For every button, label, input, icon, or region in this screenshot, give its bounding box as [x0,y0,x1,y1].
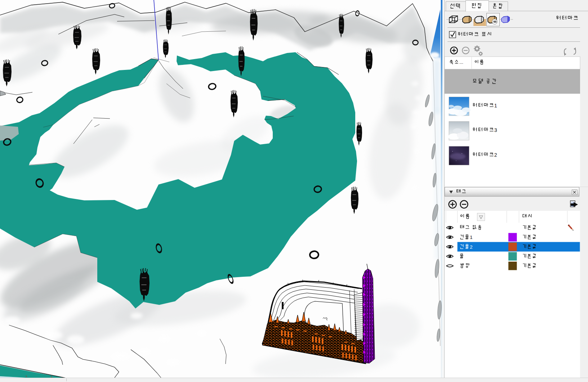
svg-text:2: 2 [494,152,497,158]
svg-text:1: 1 [494,103,497,108]
svg-text:...: ... [459,59,463,65]
svg-text:3: 3 [494,127,497,133]
svg-text:2: 2 [470,244,473,250]
svg-text:1: 1 [470,235,473,240]
